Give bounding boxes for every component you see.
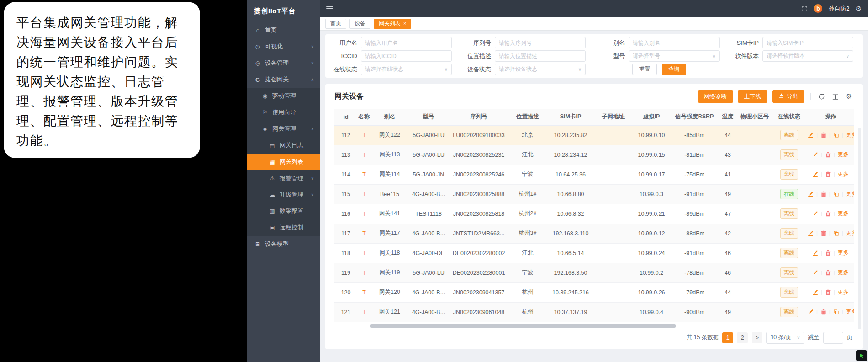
select-型号[interactable]: 请选择型号∨: [629, 50, 720, 62]
input-序列号[interactable]: [495, 37, 586, 48]
delete-icon[interactable]: [825, 289, 831, 295]
vertical-scrollbar[interactable]: [858, 128, 861, 329]
table-row[interactable]: 120T网关1204G-JA00-B...JN00202309041357杭州1…: [334, 282, 854, 302]
input-SIM卡IP[interactable]: [762, 37, 853, 48]
table-row[interactable]: 118T网关1184G-JA00-DEDE00202302280002江北10.…: [334, 243, 854, 263]
online-offline-button[interactable]: 上下线: [738, 90, 768, 103]
filter-input[interactable]: [365, 40, 448, 46]
select-设备状态[interactable]: 请选择设备状态∨: [495, 64, 586, 75]
fullscreen-icon[interactable]: [801, 5, 808, 12]
more-link[interactable]: 更多: [846, 229, 854, 237]
table-row[interactable]: 119T网关1195G-JA00-LUDE00202302280001宁波192…: [334, 263, 854, 282]
select-软件版本[interactable]: 请选择软件版本∨: [762, 50, 853, 62]
sidebar-item[interactable]: ▥数采配置: [247, 203, 320, 219]
edit-icon[interactable]: [812, 270, 818, 276]
gateway-management-icon: ♣: [261, 126, 269, 132]
edit-icon[interactable]: [812, 152, 818, 158]
horizontal-scrollbar[interactable]: [370, 324, 676, 328]
settings-icon[interactable]: ⚙: [844, 92, 853, 101]
more-link[interactable]: 更多: [846, 308, 854, 316]
delete-icon[interactable]: [820, 191, 826, 197]
delete-icon[interactable]: [825, 211, 831, 217]
sidebar-item[interactable]: ⊞设备模型: [247, 236, 320, 252]
filter-input[interactable]: [365, 53, 448, 59]
page-button-2[interactable]: 2: [737, 332, 748, 343]
cell-actions: ||更多: [807, 282, 854, 302]
page-size-select[interactable]: 10 条/页 ∨: [766, 332, 804, 344]
sidebar-item[interactable]: G捷创网关∧: [247, 71, 320, 88]
filter-input[interactable]: [633, 40, 715, 46]
filter-input[interactable]: [767, 40, 849, 46]
delete-icon[interactable]: [825, 250, 831, 256]
table-row[interactable]: 114T网关1145G-JA00-JNJN00202300825246宁波10.…: [334, 165, 854, 184]
input-位置描述[interactable]: [495, 50, 586, 62]
tab-网关列表[interactable]: 网关列表×: [374, 19, 411, 29]
floating-cursor-widget[interactable]: [856, 350, 867, 361]
sidebar-item[interactable]: ⚠报警管理∨: [247, 170, 320, 186]
edit-icon[interactable]: [808, 230, 814, 236]
filter-input[interactable]: [499, 53, 582, 59]
sidebar-item[interactable]: ⌂首页: [247, 22, 320, 38]
export-button[interactable]: 导出: [772, 90, 804, 103]
sidebar-item[interactable]: ♣网关管理∧: [247, 121, 320, 137]
input-别名[interactable]: [629, 37, 720, 48]
filter-input[interactable]: [499, 40, 582, 46]
sidebar-item[interactable]: ⚐使用向导: [247, 104, 320, 121]
page-button-1[interactable]: 1: [722, 332, 733, 343]
settings-icon[interactable]: ⚙: [856, 5, 862, 13]
sidebar-item[interactable]: ◎设备管理∨: [247, 55, 320, 71]
reset-button[interactable]: 重置: [632, 64, 657, 75]
menu-collapse-icon[interactable]: [326, 6, 333, 11]
table-row[interactable]: 115TBee1154G-JA00-B...JN00202300825888杭州…: [334, 184, 854, 204]
tab-首页[interactable]: 首页: [325, 19, 346, 29]
search-button[interactable]: 查询: [662, 64, 686, 75]
topology-icon[interactable]: [833, 309, 839, 315]
sidebar-item-active[interactable]: ▦网关列表: [247, 154, 320, 170]
more-link[interactable]: 更多: [838, 151, 849, 159]
topology-icon[interactable]: [833, 191, 839, 197]
sidebar-item[interactable]: ◉驱动管理: [247, 88, 320, 104]
delete-icon[interactable]: [820, 132, 826, 138]
edit-icon[interactable]: [808, 132, 814, 138]
more-link[interactable]: 更多: [838, 210, 849, 218]
input-用户名[interactable]: [361, 37, 452, 48]
refresh-icon[interactable]: [817, 92, 826, 101]
close-icon[interactable]: ×: [403, 21, 406, 26]
delete-icon[interactable]: [825, 152, 831, 158]
edit-icon[interactable]: [812, 250, 818, 256]
edit-icon[interactable]: [812, 289, 818, 295]
more-link[interactable]: 更多: [838, 288, 849, 296]
input-ICCID[interactable]: [361, 50, 452, 62]
table-row[interactable]: 121T网关1214G-JA00-B...JN00202309061048杭州1…: [334, 302, 854, 322]
delete-icon[interactable]: [820, 230, 826, 236]
jump-page-input[interactable]: [823, 332, 843, 344]
sidebar-item[interactable]: ▣远程控制: [247, 219, 320, 236]
table-row[interactable]: 113T网关1135G-JA00-LUJN00202300825231江北10.…: [334, 145, 854, 165]
edit-icon[interactable]: [812, 171, 818, 177]
network-diagnose-button[interactable]: 网络诊断: [698, 90, 733, 103]
topology-icon[interactable]: [833, 132, 839, 138]
delete-icon[interactable]: [820, 309, 826, 315]
edit-icon[interactable]: [808, 191, 814, 197]
delete-icon[interactable]: [825, 270, 831, 276]
more-link[interactable]: 更多: [838, 170, 849, 178]
more-link[interactable]: 更多: [846, 190, 854, 198]
column-height-icon[interactable]: [831, 92, 840, 101]
sidebar-item[interactable]: ◷可视化∨: [247, 38, 320, 55]
edit-icon[interactable]: [812, 211, 818, 217]
username[interactable]: 孙自防2: [828, 5, 849, 13]
topology-icon[interactable]: [833, 230, 839, 236]
table-row[interactable]: 112T网关1225G-JA00-LULU00202009100033北京10.…: [334, 125, 854, 145]
sidebar-item[interactable]: ▤网关日志: [247, 137, 320, 154]
delete-icon[interactable]: [825, 171, 831, 177]
table-row[interactable]: 116T网关141TEST1118JN00202300825818杭州2#10.…: [334, 204, 854, 224]
more-link[interactable]: 更多: [846, 131, 854, 139]
table-row[interactable]: 117T网关1174G-JA00-B...JNTST1D2MR663...杭州3…: [334, 224, 854, 243]
next-page-button[interactable]: >: [752, 332, 762, 343]
more-link[interactable]: 更多: [838, 249, 849, 257]
more-link[interactable]: 更多: [838, 269, 849, 277]
edit-icon[interactable]: [808, 309, 814, 315]
tab-设备[interactable]: 设备: [349, 19, 370, 29]
select-在线状态[interactable]: 请选择在线状态∨: [361, 64, 452, 75]
sidebar-item[interactable]: ☁升级管理∨: [247, 186, 320, 203]
